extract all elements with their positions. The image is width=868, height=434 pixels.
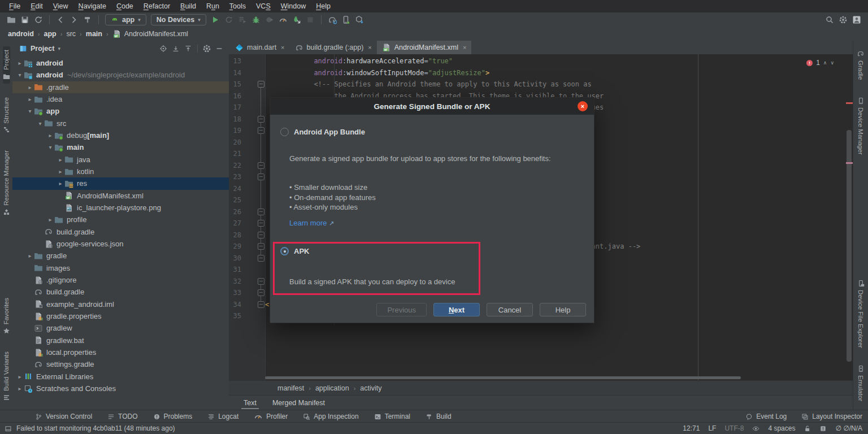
fold-marker-icon[interactable] — [258, 209, 264, 215]
collapse-all-icon[interactable] — [182, 43, 194, 54]
tool-stripe-emulator[interactable]: Emulator — [857, 362, 865, 405]
fold-marker-icon[interactable] — [258, 243, 264, 250]
tree-item-google-services.json[interactable]: google-services.json — [12, 238, 229, 250]
tree-chevron-icon[interactable]: ▸ — [26, 253, 34, 259]
tree-chevron-icon[interactable]: ▸ — [57, 157, 64, 163]
cancel-button[interactable]: Cancel — [487, 303, 533, 316]
menu-refactor[interactable]: Refactor — [139, 1, 175, 11]
tree-item-debug[interactable]: ▸ debug [main] — [12, 129, 229, 141]
tree-item-gradlew.bat[interactable]: gradlew.bat — [12, 335, 229, 346]
unlock-icon[interactable] — [804, 425, 811, 432]
tree-item-settings.gradle[interactable]: settings.gradle — [12, 358, 229, 370]
menu-view[interactable]: View — [49, 1, 73, 11]
tool-stripe-build-variants[interactable]: Build Variants — [3, 348, 10, 405]
tree-item-ic-launcher-playstore.png[interactable]: ic_launcher-playstore.png — [12, 202, 229, 214]
tree-chevron-icon[interactable]: ▸ — [46, 132, 54, 138]
tree-item-gradle[interactable]: ▸ gradle — [12, 250, 229, 262]
tree-item-res[interactable]: ▸ res — [12, 177, 229, 189]
run-icon[interactable] — [209, 14, 222, 26]
attach-debugger-icon[interactable] — [290, 14, 303, 26]
settings-icon[interactable] — [836, 14, 850, 26]
close-icon[interactable]: × — [578, 101, 588, 111]
highlighting-level-icon[interactable] — [752, 425, 760, 432]
tree-chevron-icon[interactable]: ▸ — [16, 374, 24, 380]
fold-marker-icon[interactable] — [258, 289, 264, 296]
radio-unselected-icon[interactable] — [280, 128, 289, 136]
next-error-icon[interactable]: ∨ — [830, 60, 834, 66]
status-segment[interactable]: UTF-8 — [724, 424, 744, 432]
next-button[interactable]: Next — [433, 303, 480, 316]
radio-selected-icon[interactable] — [280, 247, 289, 255]
breadcrumb-segment[interactable]: MFAndroidManifest.xml — [112, 29, 188, 38]
editor-tab-androidmanifest.xml[interactable]: MFAndroidManifest.xml× — [377, 41, 472, 54]
tree-chevron-icon[interactable]: ▸ — [57, 168, 64, 175]
error-stripe-mark[interactable] — [846, 162, 853, 164]
build-project-icon[interactable] — [81, 14, 94, 26]
profile-apk-icon[interactable] — [263, 14, 276, 26]
profile-avatar[interactable] — [850, 14, 863, 26]
tool-stripe-device-file-explorer[interactable]: Device File Explorer — [857, 276, 865, 351]
fold-marker-icon[interactable] — [258, 116, 264, 123]
tree-item-kotlin[interactable]: ▸ kotlin — [12, 166, 229, 177]
tool-window-version-control[interactable]: Version Control — [35, 413, 92, 420]
status-segment[interactable]: 12:71 — [683, 424, 700, 432]
gradle-sync-icon[interactable] — [326, 14, 339, 26]
search-everywhere-icon[interactable] — [823, 14, 836, 26]
horizontal-scrollbar[interactable] — [265, 376, 741, 379]
expand-all-icon[interactable] — [170, 43, 182, 54]
fold-marker-icon[interactable] — [258, 301, 264, 308]
tree-chevron-icon[interactable]: ▸ — [57, 180, 64, 186]
status-segment[interactable]: LF — [708, 424, 716, 432]
panel-options-icon[interactable] — [201, 43, 213, 54]
tool-stripe-gradle[interactable]: Gradle — [857, 46, 865, 84]
tool-window-build[interactable]: Build — [426, 413, 452, 420]
tree-item-gradle.properties[interactable]: gradle.properties — [12, 310, 229, 322]
tool-stripe-favorites[interactable]: Favorites — [3, 294, 10, 338]
tree-item-build.gradle[interactable]: build.gradle — [12, 226, 229, 238]
tree-item-app[interactable]: ▾ app — [12, 105, 229, 117]
breadcrumb-segment[interactable]: android — [8, 30, 34, 38]
menu-file[interactable]: File — [5, 1, 25, 11]
view-tab-merged-manifest[interactable]: Merged Manifest — [266, 397, 332, 409]
notifications-icon[interactable] — [819, 425, 827, 432]
radio-android-app-bundle[interactable]: Android App Bundle — [280, 128, 365, 136]
tree-item-main[interactable]: ▾ main — [12, 141, 229, 153]
editor-tab-build.gradle-app-[interactable]: build.gradle (:app)× — [290, 41, 377, 54]
tool-window-problems[interactable]: Problems — [153, 413, 193, 420]
tool-stripe-project[interactable]: Project — [3, 46, 10, 84]
status-segment[interactable]: 4 spaces — [768, 424, 795, 432]
forward-icon[interactable] — [67, 14, 81, 26]
tool-window-layout-inspector[interactable]: Layout Inspector — [801, 413, 862, 420]
tree-item-.gitignore[interactable]: .gitignore — [12, 274, 229, 286]
menu-navigate[interactable]: Navigate — [74, 1, 111, 11]
breadcrumb-segment[interactable]: main — [86, 30, 102, 38]
tree-item-.gradle[interactable]: ▸ .gradle — [12, 81, 229, 93]
tool-stripe-device-manager[interactable]: Device Manager — [857, 94, 865, 158]
status-message[interactable]: Failed to start monitoring 4cb0ab11 (48 … — [16, 424, 175, 432]
tool-window-profiler[interactable]: Profiler — [254, 412, 288, 421]
xml-breadcrumb-activity[interactable]: activity — [360, 384, 381, 392]
tree-item-scratches-and-consoles[interactable]: ▸ Scratches and Consoles — [12, 383, 229, 394]
chevron-down-icon[interactable]: ▾ — [58, 46, 60, 51]
debug-icon[interactable] — [249, 14, 263, 26]
status-segment[interactable]: ∅ ∅/N/A — [835, 424, 862, 432]
sync-icon[interactable] — [32, 14, 45, 26]
profiler-icon[interactable] — [276, 14, 290, 26]
tree-chevron-icon[interactable]: ▾ — [16, 72, 24, 78]
back-icon[interactable] — [54, 14, 67, 26]
fold-marker-icon[interactable] — [258, 162, 264, 169]
device-select[interactable]: No Devices▾ — [151, 14, 206, 25]
fold-marker-icon[interactable] — [258, 220, 264, 227]
close-tab-icon[interactable]: × — [463, 44, 466, 51]
prev-error-icon[interactable]: ∧ — [823, 60, 827, 66]
inspection-widget[interactable]: ! 1 ∧ ∨ — [806, 59, 834, 67]
close-tab-icon[interactable]: × — [368, 44, 371, 51]
learn-more-link[interactable]: Learn more ↗ — [289, 219, 334, 227]
fold-marker-icon[interactable] — [258, 127, 264, 134]
menu-vcs[interactable]: VCS — [251, 1, 275, 11]
tool-window-logcat[interactable]: Logcat — [207, 413, 238, 420]
tree-item-local.properties[interactable]: local.properties — [12, 346, 229, 358]
menu-edit[interactable]: Edit — [26, 1, 47, 11]
tree-item-android[interactable]: ▾ android~/dev/singleproject/example/and… — [12, 69, 229, 81]
tree-chevron-icon[interactable]: ▸ — [46, 216, 54, 223]
